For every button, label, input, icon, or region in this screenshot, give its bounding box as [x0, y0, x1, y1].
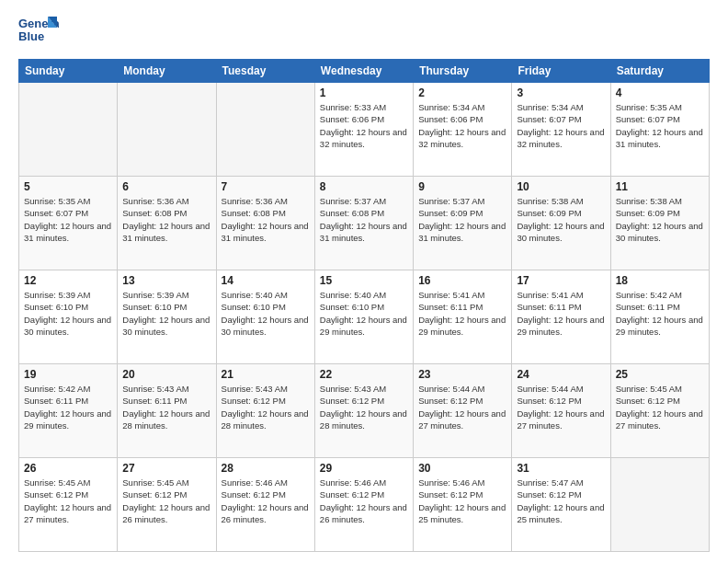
- table-row: 12 Sunrise: 5:39 AMSunset: 6:10 PMDaylig…: [19, 270, 118, 364]
- header-monday: Monday: [118, 60, 216, 83]
- table-row: 10 Sunrise: 5:38 AMSunset: 6:09 PMDaylig…: [512, 177, 610, 270]
- table-row: 7 Sunrise: 5:36 AMSunset: 6:08 PMDayligh…: [216, 177, 314, 270]
- day-number: 1: [320, 86, 408, 99]
- table-row: 24 Sunrise: 5:44 AMSunset: 6:12 PMDaylig…: [512, 364, 610, 458]
- table-row: 30 Sunrise: 5:46 AMSunset: 6:12 PMDaylig…: [414, 458, 512, 552]
- day-info: Sunrise: 5:39 AMSunset: 6:10 PMDaylight:…: [122, 290, 210, 337]
- header-friday: Friday: [512, 60, 610, 83]
- day-info: Sunrise: 5:33 AMSunset: 6:06 PMDaylight:…: [320, 102, 407, 149]
- table-row: 27 Sunrise: 5:45 AMSunset: 6:12 PMDaylig…: [118, 458, 216, 552]
- table-row: 20 Sunrise: 5:43 AMSunset: 6:11 PMDaylig…: [118, 364, 216, 458]
- day-number: 17: [517, 274, 605, 287]
- day-number: 26: [24, 462, 112, 475]
- day-info: Sunrise: 5:44 AMSunset: 6:12 PMDaylight:…: [418, 384, 506, 431]
- day-number: 27: [122, 462, 210, 475]
- calendar-week-3: 19 Sunrise: 5:42 AMSunset: 6:11 PMDaylig…: [19, 364, 710, 458]
- day-info: Sunrise: 5:45 AMSunset: 6:12 PMDaylight:…: [122, 477, 210, 524]
- day-info: Sunrise: 5:36 AMSunset: 6:08 PMDaylight:…: [222, 196, 309, 243]
- day-info: Sunrise: 5:41 AMSunset: 6:11 PMDaylight:…: [418, 290, 506, 337]
- day-number: 31: [517, 462, 605, 475]
- day-number: 4: [616, 86, 704, 99]
- calendar-week-0: 1 Sunrise: 5:33 AMSunset: 6:06 PMDayligh…: [19, 83, 710, 177]
- day-info: Sunrise: 5:38 AMSunset: 6:09 PMDaylight:…: [616, 196, 703, 243]
- day-number: 8: [320, 180, 408, 193]
- day-number: 29: [320, 462, 408, 475]
- header: General Blue: [18, 15, 710, 50]
- page: General Blue Sunday Monday Tuesday Wedne…: [0, 0, 728, 563]
- day-number: 23: [418, 368, 506, 381]
- header-sunday: Sunday: [19, 60, 118, 83]
- table-row: [216, 83, 314, 177]
- day-number: 16: [418, 274, 506, 287]
- day-info: Sunrise: 5:46 AMSunset: 6:12 PMDaylight:…: [320, 477, 407, 524]
- day-number: 6: [122, 180, 210, 193]
- day-info: Sunrise: 5:37 AMSunset: 6:08 PMDaylight:…: [320, 196, 407, 243]
- day-info: Sunrise: 5:43 AMSunset: 6:11 PMDaylight:…: [122, 384, 210, 431]
- day-number: 19: [24, 368, 112, 381]
- table-row: 3 Sunrise: 5:34 AMSunset: 6:07 PMDayligh…: [512, 83, 610, 177]
- table-row: 5 Sunrise: 5:35 AMSunset: 6:07 PMDayligh…: [19, 177, 118, 270]
- day-number: 22: [320, 368, 408, 381]
- table-row: 9 Sunrise: 5:37 AMSunset: 6:09 PMDayligh…: [414, 177, 512, 270]
- table-row: 26 Sunrise: 5:45 AMSunset: 6:12 PMDaylig…: [19, 458, 118, 552]
- table-row: 23 Sunrise: 5:44 AMSunset: 6:12 PMDaylig…: [414, 364, 512, 458]
- day-number: 3: [517, 86, 605, 99]
- table-row: 13 Sunrise: 5:39 AMSunset: 6:10 PMDaylig…: [118, 270, 216, 364]
- table-row: [19, 83, 118, 177]
- day-number: 2: [418, 86, 506, 99]
- day-number: 30: [418, 462, 506, 475]
- header-tuesday: Tuesday: [216, 60, 314, 83]
- day-number: 24: [517, 368, 605, 381]
- logo-svg: General Blue: [18, 15, 59, 50]
- day-number: 21: [222, 368, 310, 381]
- table-row: 29 Sunrise: 5:46 AMSunset: 6:12 PMDaylig…: [314, 458, 413, 552]
- day-number: 11: [616, 180, 704, 193]
- table-row: 28 Sunrise: 5:46 AMSunset: 6:12 PMDaylig…: [216, 458, 314, 552]
- day-number: 25: [616, 368, 704, 381]
- day-number: 10: [517, 180, 605, 193]
- table-row: 1 Sunrise: 5:33 AMSunset: 6:06 PMDayligh…: [314, 83, 413, 177]
- table-row: 16 Sunrise: 5:41 AMSunset: 6:11 PMDaylig…: [414, 270, 512, 364]
- table-row: 21 Sunrise: 5:43 AMSunset: 6:12 PMDaylig…: [216, 364, 314, 458]
- table-row: 19 Sunrise: 5:42 AMSunset: 6:11 PMDaylig…: [19, 364, 118, 458]
- day-info: Sunrise: 5:47 AMSunset: 6:12 PMDaylight:…: [517, 477, 604, 524]
- table-row: 15 Sunrise: 5:40 AMSunset: 6:10 PMDaylig…: [314, 270, 413, 364]
- table-row: [118, 83, 216, 177]
- weekday-header-row: Sunday Monday Tuesday Wednesday Thursday…: [19, 60, 710, 83]
- day-info: Sunrise: 5:34 AMSunset: 6:07 PMDaylight:…: [517, 102, 604, 149]
- day-info: Sunrise: 5:34 AMSunset: 6:06 PMDaylight:…: [418, 102, 506, 149]
- day-info: Sunrise: 5:36 AMSunset: 6:08 PMDaylight:…: [122, 196, 210, 243]
- day-number: 9: [418, 180, 506, 193]
- day-number: 7: [222, 180, 310, 193]
- day-info: Sunrise: 5:38 AMSunset: 6:09 PMDaylight:…: [517, 196, 604, 243]
- day-number: 12: [24, 274, 112, 287]
- day-info: Sunrise: 5:45 AMSunset: 6:12 PMDaylight:…: [24, 477, 111, 524]
- table-row: 8 Sunrise: 5:37 AMSunset: 6:08 PMDayligh…: [314, 177, 413, 270]
- table-row: 22 Sunrise: 5:43 AMSunset: 6:12 PMDaylig…: [314, 364, 413, 458]
- table-row: 11 Sunrise: 5:38 AMSunset: 6:09 PMDaylig…: [610, 177, 709, 270]
- day-info: Sunrise: 5:39 AMSunset: 6:10 PMDaylight:…: [24, 290, 111, 337]
- day-info: Sunrise: 5:37 AMSunset: 6:09 PMDaylight:…: [418, 196, 506, 243]
- day-info: Sunrise: 5:35 AMSunset: 6:07 PMDaylight:…: [616, 102, 703, 149]
- calendar-body: 1 Sunrise: 5:33 AMSunset: 6:06 PMDayligh…: [19, 83, 710, 552]
- day-number: 20: [122, 368, 210, 381]
- table-row: 6 Sunrise: 5:36 AMSunset: 6:08 PMDayligh…: [118, 177, 216, 270]
- header-thursday: Thursday: [414, 60, 512, 83]
- calendar-header: Sunday Monday Tuesday Wednesday Thursday…: [19, 60, 710, 83]
- day-info: Sunrise: 5:46 AMSunset: 6:12 PMDaylight:…: [222, 477, 309, 524]
- day-number: 5: [24, 180, 112, 193]
- calendar-week-2: 12 Sunrise: 5:39 AMSunset: 6:10 PMDaylig…: [19, 270, 710, 364]
- table-row: 31 Sunrise: 5:47 AMSunset: 6:12 PMDaylig…: [512, 458, 610, 552]
- day-info: Sunrise: 5:40 AMSunset: 6:10 PMDaylight:…: [222, 290, 309, 337]
- day-number: 14: [222, 274, 310, 287]
- table-row: 4 Sunrise: 5:35 AMSunset: 6:07 PMDayligh…: [610, 83, 709, 177]
- day-info: Sunrise: 5:46 AMSunset: 6:12 PMDaylight:…: [418, 477, 506, 524]
- day-info: Sunrise: 5:43 AMSunset: 6:12 PMDaylight:…: [320, 384, 407, 431]
- header-wednesday: Wednesday: [314, 60, 413, 83]
- svg-text:Blue: Blue: [18, 29, 44, 43]
- day-number: 18: [616, 274, 704, 287]
- table-row: 2 Sunrise: 5:34 AMSunset: 6:06 PMDayligh…: [414, 83, 512, 177]
- day-info: Sunrise: 5:42 AMSunset: 6:11 PMDaylight:…: [24, 384, 111, 431]
- day-info: Sunrise: 5:44 AMSunset: 6:12 PMDaylight:…: [517, 384, 604, 431]
- table-row: 14 Sunrise: 5:40 AMSunset: 6:10 PMDaylig…: [216, 270, 314, 364]
